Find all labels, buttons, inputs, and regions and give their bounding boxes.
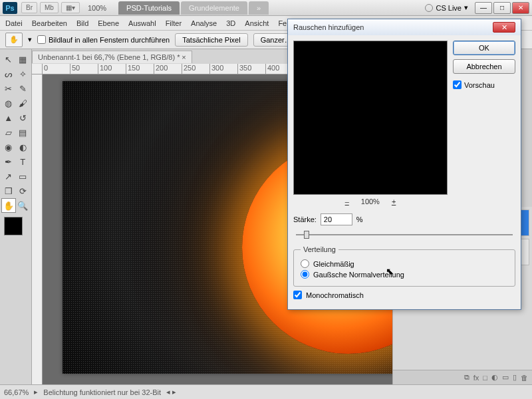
marquee-tool[interactable]: ▦ <box>16 52 31 66</box>
stamp-tool[interactable]: ▲ <box>1 110 16 125</box>
shape-tool[interactable]: ▭ <box>16 169 31 184</box>
dialog-close-button[interactable]: ✕ <box>493 22 515 33</box>
new-layer-icon[interactable]: ▯ <box>513 373 517 382</box>
adjustment-icon[interactable]: ◐ <box>491 373 498 382</box>
foreground-color-swatch[interactable] <box>4 217 23 235</box>
menu-bild[interactable]: Bild <box>76 19 88 27</box>
mask-icon[interactable]: □ <box>483 374 487 382</box>
cslive-icon <box>425 4 433 12</box>
lasso-tool[interactable]: ᔕ <box>1 66 16 81</box>
maximize-button[interactable]: □ <box>493 2 511 14</box>
dialog-titlebar[interactable]: Rauschen hinzufügen ✕ <box>288 19 521 35</box>
3d-tool[interactable]: ❒ <box>1 184 16 198</box>
distribution-group: Verteilung Gleichmäßig Gaußsche Normalve… <box>293 245 515 287</box>
dropdown-icon[interactable]: ▾ <box>28 35 32 44</box>
gradient-tool[interactable]: ▤ <box>16 125 31 140</box>
vertical-ruler <box>32 74 43 384</box>
status-bar: 66,67% ▸ Belichtung funktioniert nur bei… <box>0 384 532 399</box>
zoom-in-button[interactable]: + <box>389 198 398 205</box>
preview-zoom-level: 100% <box>361 198 380 205</box>
add-noise-dialog: Rauschen hinzufügen ✕ – 100% + OK Abbrec… <box>287 19 521 310</box>
minibridge-button[interactable]: Mb <box>40 2 59 13</box>
strength-slider[interactable] <box>293 229 515 240</box>
crop-tool[interactable]: ✂ <box>1 81 16 96</box>
status-message: Belichtung funktioniert nur bei 32-Bit <box>43 388 161 396</box>
dodge-tool[interactable]: ◐ <box>16 140 31 154</box>
workspace-tab-grund[interactable]: Grundelemente <box>181 1 247 15</box>
actual-pixels-button[interactable]: Tatsächliche Pixel <box>175 33 247 47</box>
strength-label: Stärke: <box>293 215 317 223</box>
menu-ansicht[interactable]: Ansicht <box>245 19 269 27</box>
eyedropper-tool[interactable]: ✎ <box>16 81 31 96</box>
pen-tool[interactable]: ✒ <box>1 154 16 169</box>
move-tool[interactable]: ↖ <box>1 52 16 66</box>
zoom-readout[interactable]: 100% <box>88 4 106 12</box>
3d-rotate-tool[interactable]: ⟳ <box>16 184 31 198</box>
filter-preview[interactable] <box>293 41 448 195</box>
app-logo-icon: Ps <box>3 2 17 14</box>
workspace-tab-tutorials[interactable]: PSD-Tutorials <box>118 1 180 15</box>
ok-button[interactable]: OK <box>453 41 515 55</box>
menu-analyse[interactable]: Analyse <box>191 19 217 27</box>
cslive-label[interactable]: CS Live <box>436 4 462 12</box>
minimize-button[interactable]: — <box>475 2 492 14</box>
type-tool[interactable]: T <box>16 154 31 169</box>
cancel-button[interactable]: Abbrechen <box>453 59 515 74</box>
document-tab[interactable]: Unbenannt-1 bei 66,7% (Ebene 1, RGB/8) *… <box>32 51 192 63</box>
strength-input[interactable] <box>321 213 352 225</box>
dialog-title: Rauschen hinzufügen <box>293 23 364 31</box>
bridge-button[interactable]: Br <box>21 2 37 13</box>
menu-bearbeiten[interactable]: Bearbeiten <box>32 19 67 27</box>
group-icon[interactable]: ▭ <box>502 373 509 382</box>
fx-icon[interactable]: fx <box>473 374 479 382</box>
link-icon[interactable]: ⧉ <box>464 373 469 382</box>
history-brush-tool[interactable]: ↺ <box>16 110 31 125</box>
distribution-gaussian-radio[interactable]: Gaußsche Normalverteilung <box>301 270 508 279</box>
trash-icon[interactable]: 🗑 <box>521 374 528 382</box>
path-select-tool[interactable]: ↗ <box>1 169 16 184</box>
hand-tool[interactable]: ✋ <box>1 198 16 213</box>
current-tool-icon[interactable]: ✋ <box>5 33 23 47</box>
workspace-more-button[interactable]: » <box>249 1 269 15</box>
blur-tool[interactable]: ◉ <box>1 140 16 154</box>
screen-mode-button[interactable]: ▦▾ <box>61 2 80 13</box>
menu-datei[interactable]: Datei <box>5 19 23 27</box>
scroll-all-windows-checkbox[interactable]: Bildlauf in allen Fenstern durchführen <box>37 35 170 44</box>
distribution-uniform-radio[interactable]: Gleichmäßig <box>301 259 508 268</box>
monochromatic-checkbox[interactable]: Monochromatisch <box>293 291 515 299</box>
eraser-tool[interactable]: ▱ <box>1 125 16 140</box>
preview-checkbox[interactable]: Vorschau <box>453 80 515 89</box>
menu-auswahl[interactable]: Auswahl <box>128 19 156 27</box>
close-tab-icon[interactable]: × <box>182 53 186 61</box>
menu-filter[interactable]: Filter <box>166 19 182 27</box>
zoom-out-button[interactable]: – <box>342 198 352 205</box>
menu-ebene[interactable]: Ebene <box>98 19 119 27</box>
toolbox: ↖▦ ᔕ✧ ✂✎ ◍🖌 ▲↺ ▱▤ ◉◐ ✒T ↗▭ ❒⟳ ✋🔍 <box>0 49 32 384</box>
dropdown-icon[interactable]: ▾ <box>464 3 468 12</box>
zoom-level[interactable]: 66,67% <box>4 388 29 396</box>
wand-tool[interactable]: ✧ <box>16 66 31 81</box>
zoom-tool[interactable]: 🔍 <box>16 198 31 213</box>
heal-tool[interactable]: ◍ <box>1 96 16 110</box>
menu-3d[interactable]: 3D <box>226 19 235 27</box>
layers-panel-footer: ⧉ fx □ ◐ ▭ ▯ 🗑 <box>393 370 532 384</box>
brush-tool[interactable]: 🖌 <box>16 96 31 110</box>
close-button[interactable]: ✕ <box>512 2 529 14</box>
app-titlebar: Ps Br Mb ▦▾ 100% PSD-Tutorials Grundelem… <box>0 0 532 16</box>
